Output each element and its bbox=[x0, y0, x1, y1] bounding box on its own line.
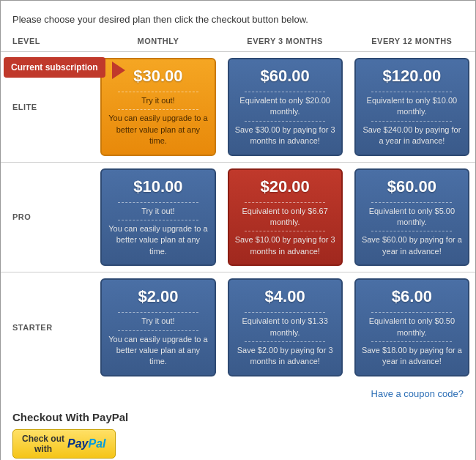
card-line2-pro-every3: Save $10.00 by paying for 3 months in ad… bbox=[235, 234, 335, 257]
card-cell-starter-every12[interactable]: $6.00Equivalent to only $0.50 monthly.Sa… bbox=[349, 272, 475, 382]
price-starter-every12: $6.00 bbox=[392, 287, 432, 306]
divider-bottom bbox=[371, 231, 452, 231]
card-line2-starter-every3: Save $2.00 by paying for 3 months in adv… bbox=[235, 345, 335, 368]
plan-table: LEVEL MONTHLY EVERY 3 MONTHS EVERY 12 MO… bbox=[1, 34, 475, 382]
divider-top bbox=[118, 202, 198, 203]
divider-bottom bbox=[118, 109, 198, 110]
divider-bottom bbox=[245, 341, 325, 342]
card-line1-pro-every3: Equivalent to only $6.67 monthly. bbox=[235, 206, 335, 229]
col-header-level: LEVEL bbox=[1, 34, 94, 51]
card-line1-elite-monthly: Try it out! bbox=[141, 95, 174, 106]
card-pro-every12[interactable]: $60.00Equivalent to only $5.00 monthly.S… bbox=[354, 168, 469, 267]
price-elite-every12: $120.00 bbox=[383, 67, 442, 86]
divider-top bbox=[371, 312, 452, 313]
card-line1-pro-every12: Equivalent to only $5.00 monthly. bbox=[362, 206, 462, 229]
divider-bottom bbox=[245, 121, 325, 122]
plan-row-pro: PRO$10.00Try it out!You can easily upgra… bbox=[1, 162, 475, 272]
paypal-btn-text: Check outwith bbox=[22, 434, 64, 454]
col-header-monthly: MONTHLY bbox=[94, 34, 221, 51]
divider-top bbox=[245, 92, 325, 92]
card-starter-every12[interactable]: $6.00Equivalent to only $0.50 monthly.Sa… bbox=[354, 278, 469, 376]
current-subscription-badge: Current subscription bbox=[4, 57, 105, 78]
checkout-section: Checkout With PayPal Check outwith PayPa… bbox=[1, 405, 475, 460]
card-elite-every12[interactable]: $120.00Equivalent to only $10.00 monthly… bbox=[354, 58, 469, 156]
divider-bottom bbox=[245, 231, 325, 231]
price-pro-monthly: $10.00 bbox=[133, 177, 182, 196]
card-line2-starter-every12: Save $18.00 by paying for a year in adva… bbox=[362, 345, 462, 368]
paypal-logo: PayPal bbox=[67, 437, 105, 450]
divider-top bbox=[118, 312, 198, 313]
price-pro-every3: $20.00 bbox=[260, 177, 309, 196]
card-line1-pro-monthly: Try it out! bbox=[141, 206, 174, 217]
price-pro-every12: $60.00 bbox=[387, 177, 436, 196]
col-header-every12: EVERY 12 MONTHS bbox=[349, 34, 475, 51]
card-line2-starter-monthly: You can easily upgrade to a better value… bbox=[108, 334, 208, 368]
price-starter-monthly: $2.00 bbox=[138, 287, 178, 306]
price-elite-every3: $60.00 bbox=[260, 67, 309, 86]
card-cell-starter-monthly[interactable]: $2.00Try it out!You can easily upgrade t… bbox=[94, 272, 221, 382]
checkout-title: Checkout With PayPal bbox=[12, 411, 464, 423]
card-cell-elite-every3[interactable]: $60.00Equivalent to only $20.00 monthly.… bbox=[222, 52, 349, 163]
card-line1-elite-every3: Equivalent to only $20.00 monthly. bbox=[235, 95, 335, 118]
card-line2-elite-monthly: You can easily upgrade to a better value… bbox=[108, 113, 208, 146]
divider-bottom bbox=[371, 341, 452, 342]
divider-top bbox=[371, 92, 452, 92]
col-header-every3: EVERY 3 MONTHS bbox=[222, 34, 349, 51]
divider-bottom bbox=[118, 220, 198, 220]
intro-text: Please choose your desired plan then cli… bbox=[1, 8, 475, 34]
level-label-pro: PRO bbox=[1, 162, 94, 272]
card-starter-monthly[interactable]: $2.00Try it out!You can easily upgrade t… bbox=[100, 278, 215, 376]
card-cell-starter-every3[interactable]: $4.00Equivalent to only $1.33 monthly.Sa… bbox=[222, 272, 349, 382]
card-pro-monthly[interactable]: $10.00Try it out!You can easily upgrade … bbox=[100, 168, 215, 267]
coupon-link[interactable]: Have a coupon code? bbox=[371, 388, 464, 399]
card-line1-elite-every12: Equivalent to only $10.00 monthly. bbox=[362, 95, 462, 118]
plan-row-starter: STARTER$2.00Try it out!You can easily up… bbox=[1, 272, 475, 382]
paypal-checkout-button[interactable]: Check outwith PayPal bbox=[12, 429, 116, 459]
card-cell-pro-every12[interactable]: $60.00Equivalent to only $5.00 monthly.S… bbox=[349, 162, 475, 272]
level-label-starter: STARTER bbox=[1, 272, 94, 382]
price-elite-monthly: $30.00 bbox=[133, 67, 182, 86]
card-line2-elite-every3: Save $30.00 by paying for 3 months in ad… bbox=[235, 125, 335, 147]
divider-bottom bbox=[371, 121, 452, 122]
card-cell-pro-monthly[interactable]: $10.00Try it out!You can easily upgrade … bbox=[94, 162, 221, 272]
card-elite-every3[interactable]: $60.00Equivalent to only $20.00 monthly.… bbox=[228, 58, 343, 156]
card-starter-every3[interactable]: $4.00Equivalent to only $1.33 monthly.Sa… bbox=[228, 278, 343, 376]
price-starter-every3: $4.00 bbox=[265, 287, 305, 306]
current-subscription-arrow bbox=[112, 62, 125, 79]
card-line1-starter-monthly: Try it out! bbox=[141, 316, 174, 327]
divider-top bbox=[245, 312, 325, 313]
divider-top bbox=[245, 202, 325, 203]
card-cell-elite-every12[interactable]: $120.00Equivalent to only $10.00 monthly… bbox=[349, 52, 475, 163]
card-line2-pro-every12: Save $60.00 by paying for a year in adva… bbox=[362, 234, 462, 257]
divider-bottom bbox=[118, 330, 198, 331]
divider-top bbox=[371, 202, 452, 203]
card-line2-elite-every12: Save $240.00 by paying for a year in adv… bbox=[362, 125, 462, 147]
card-line1-starter-every3: Equivalent to only $1.33 monthly. bbox=[235, 316, 335, 338]
card-cell-pro-every3[interactable]: $20.00Equivalent to only $6.67 monthly.S… bbox=[222, 162, 349, 272]
table-header-row: LEVEL MONTHLY EVERY 3 MONTHS EVERY 12 MO… bbox=[1, 34, 475, 51]
card-line1-starter-every12: Equivalent to only $0.50 monthly. bbox=[362, 316, 462, 338]
coupon-row: Have a coupon code? bbox=[1, 382, 475, 405]
card-line2-pro-monthly: You can easily upgrade to a better value… bbox=[108, 223, 208, 257]
divider-top bbox=[118, 92, 198, 92]
card-pro-every3[interactable]: $20.00Equivalent to only $6.67 monthly.S… bbox=[228, 168, 343, 267]
